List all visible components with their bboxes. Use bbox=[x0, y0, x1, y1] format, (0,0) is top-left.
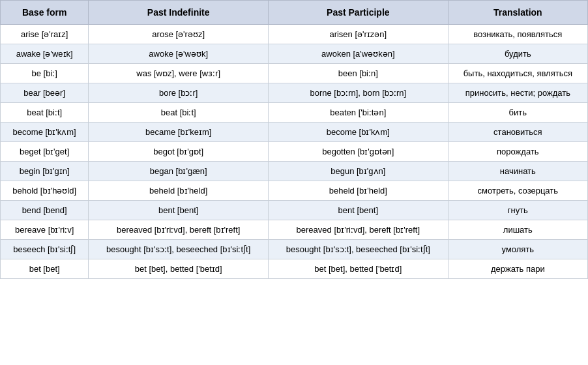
table-cell-translation: приносить, нести; рождать bbox=[448, 83, 587, 103]
table-cell-past_part: been [biːn] bbox=[269, 64, 448, 83]
table-cell-translation: держать пари bbox=[448, 259, 587, 279]
table-row: bend [bend]bent [bent]bent [bent]гнуть bbox=[1, 201, 588, 220]
table-cell-base: begin [bɪ'gɪn] bbox=[1, 162, 89, 181]
table-cell-base: awake [ə'weɪk] bbox=[1, 44, 89, 64]
table-cell-translation: гнуть bbox=[448, 201, 587, 220]
table-cell-past_part: beheld [bɪ'held] bbox=[269, 181, 448, 201]
table-cell-past_indef: begot [bɪ'gɒt] bbox=[89, 142, 269, 162]
table-cell-past_part: become [bɪ'kʌm] bbox=[269, 123, 448, 142]
irregular-verbs-table: Base form Past Indefinite Past Participl… bbox=[0, 0, 588, 279]
table-row: awake [ə'weɪk]awoke [ə'wəʊk]awoken [a'wə… bbox=[1, 44, 588, 64]
table-row: beget [bɪ'get]begot [bɪ'gɒt]begotten [bɪ… bbox=[1, 142, 588, 162]
table-cell-translation: бить bbox=[448, 103, 587, 123]
table-row: beat [biːt]beat [biːt]beaten ['biːtən]би… bbox=[1, 103, 588, 123]
table-row: bereave [bɪ'riːv]bereaved [bɪ'riːvd], be… bbox=[1, 220, 588, 240]
header-past-indefinite: Past Indefinite bbox=[89, 1, 269, 25]
table-cell-past_part: bereaved [bɪ'riːvd], bereft [bɪ'reft] bbox=[269, 220, 448, 240]
table-row: arise [ə'raɪz]arose [ə'rəʊz]arisen [ə'rɪ… bbox=[1, 25, 588, 44]
table-row: behold [bɪ'həʊld]beheld [bɪ'held]beheld … bbox=[1, 181, 588, 201]
header-translation: Translation bbox=[448, 1, 587, 25]
header-base-form: Base form bbox=[1, 1, 89, 25]
table-cell-base: bear [beər] bbox=[1, 83, 89, 103]
table-cell-past_indef: awoke [ə'wəʊk] bbox=[89, 44, 269, 64]
table-cell-translation: лишать bbox=[448, 220, 587, 240]
table-cell-past_part: borne [bɔːrn], born [bɔːrn] bbox=[269, 83, 448, 103]
table-cell-past_part: arisen [ə'rɪzən] bbox=[269, 25, 448, 44]
table-cell-past_indef: beheld [bɪ'held] bbox=[89, 181, 269, 201]
table-cell-translation: смотреть, созерцать bbox=[448, 181, 587, 201]
table-cell-translation: начинать bbox=[448, 162, 587, 181]
table-cell-past_indef: besought [bɪ'sɔːt], beseeched [bɪ'siːtʃt… bbox=[89, 240, 269, 259]
table-cell-past_indef: began [bɪ'gæn] bbox=[89, 162, 269, 181]
table-cell-base: beseech [bɪ'siːtʃ] bbox=[1, 240, 89, 259]
table-cell-base: bet [bet] bbox=[1, 259, 89, 279]
table-cell-base: arise [ə'raɪz] bbox=[1, 25, 89, 44]
table-row: bet [bet]bet [bet], betted ['betɪd]bet [… bbox=[1, 259, 588, 279]
table-cell-translation: умолять bbox=[448, 240, 587, 259]
table-cell-past_indef: bereaved [bɪ'riːvd], bereft [bɪ'reft] bbox=[89, 220, 269, 240]
table-cell-translation: возникать, появляться bbox=[448, 25, 587, 44]
table-cell-base: be [biː] bbox=[1, 64, 89, 83]
table-cell-past_indef: bore [bɔːr] bbox=[89, 83, 269, 103]
table-row: bear [beər]bore [bɔːr]borne [bɔːrn], bor… bbox=[1, 83, 588, 103]
table-row: become [bɪ'kʌm]became [bɪ'keɪm]become [b… bbox=[1, 123, 588, 142]
table-cell-past_indef: became [bɪ'keɪm] bbox=[89, 123, 269, 142]
table-cell-past_part: awoken [a'wəʊkən] bbox=[269, 44, 448, 64]
table-cell-translation: будить bbox=[448, 44, 587, 64]
table-cell-past_part: bet [bet], betted ['betɪd] bbox=[269, 259, 448, 279]
table-cell-past_indef: bent [bent] bbox=[89, 201, 269, 220]
table-cell-base: beat [biːt] bbox=[1, 103, 89, 123]
table-cell-translation: становиться bbox=[448, 123, 587, 142]
header-past-participle: Past Participle bbox=[269, 1, 448, 25]
table-cell-translation: быть, находиться, являться bbox=[448, 64, 587, 83]
table-cell-past_part: begotten [bɪ'gɒtən] bbox=[269, 142, 448, 162]
table-row: begin [bɪ'gɪn]began [bɪ'gæn]begun [bɪ'gʌ… bbox=[1, 162, 588, 181]
table-cell-past_indef: was [wɒz], were [wɜːr] bbox=[89, 64, 269, 83]
table-cell-past_indef: bet [bet], betted ['betɪd] bbox=[89, 259, 269, 279]
table-cell-past_part: bent [bent] bbox=[269, 201, 448, 220]
table-cell-past_indef: beat [biːt] bbox=[89, 103, 269, 123]
table-cell-base: beget [bɪ'get] bbox=[1, 142, 89, 162]
table-cell-past_part: begun [bɪ'gʌn] bbox=[269, 162, 448, 181]
table-cell-translation: порождать bbox=[448, 142, 587, 162]
table-cell-past_indef: arose [ə'rəʊz] bbox=[89, 25, 269, 44]
table-cell-base: bereave [bɪ'riːv] bbox=[1, 220, 89, 240]
table-cell-past_part: beaten ['biːtən] bbox=[269, 103, 448, 123]
table-cell-base: become [bɪ'kʌm] bbox=[1, 123, 89, 142]
table-row: be [biː]was [wɒz], were [wɜːr]been [biːn… bbox=[1, 64, 588, 83]
table-row: beseech [bɪ'siːtʃ]besought [bɪ'sɔːt], be… bbox=[1, 240, 588, 259]
table-cell-base: behold [bɪ'həʊld] bbox=[1, 181, 89, 201]
table-cell-base: bend [bend] bbox=[1, 201, 89, 220]
table-cell-past_part: besought [bɪ'sɔːt], beseeched [bɪ'siːtʃt… bbox=[269, 240, 448, 259]
